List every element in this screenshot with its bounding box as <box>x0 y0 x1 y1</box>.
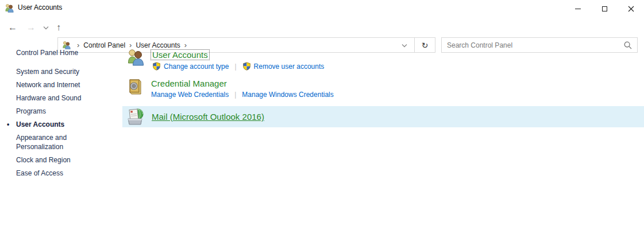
chevron-down-icon <box>43 25 49 30</box>
section-mail[interactable]: Mail (Microsoft Outlook 2016) <box>122 106 644 127</box>
manage-windows-credentials-link[interactable]: Manage Windows Credentials <box>242 91 333 99</box>
sidebar-item-ease-of-access[interactable]: Ease of Access <box>7 169 115 178</box>
sidebar-item-system-and-security[interactable]: System and Security <box>7 67 115 76</box>
section-credential-manager: Credential Manager Manage Web Credential… <box>125 77 334 99</box>
main-content: User Accounts Change account type | Remo… <box>122 0 644 242</box>
active-bullet-icon: • <box>7 120 9 129</box>
nav-arrows: ← → ↑ <box>3 17 65 38</box>
up-button[interactable]: ↑ <box>52 23 65 32</box>
uac-shield-icon <box>242 62 251 71</box>
user-accounts-heading-link[interactable]: User Accounts <box>151 49 210 60</box>
section-user-accounts: User Accounts Change account type | Remo… <box>126 48 324 71</box>
sidebar-item-control-panel-home[interactable]: Control Panel Home <box>7 48 115 57</box>
mail-outlook-link[interactable]: Mail (Microsoft Outlook 2016) <box>152 112 264 122</box>
sidebar-item-hardware-and-sound[interactable]: Hardware and Sound <box>7 93 115 103</box>
task-divider: | <box>229 91 242 99</box>
recent-locations-button[interactable] <box>40 25 52 30</box>
sidebar: Control Panel Home System and Security N… <box>7 48 115 182</box>
remove-user-accounts-link[interactable]: Remove user accounts <box>254 63 325 71</box>
window-title: User Accounts <box>18 3 62 11</box>
sidebar-item-network-and-internet[interactable]: Network and Internet <box>7 80 115 89</box>
forward-button[interactable]: → <box>22 23 40 32</box>
manage-web-credentials-link[interactable]: Manage Web Credentials <box>151 91 229 99</box>
credential-manager-heading-link[interactable]: Credential Manager <box>151 79 227 88</box>
uac-shield-icon <box>152 62 161 71</box>
sidebar-item-user-accounts[interactable]: • User Accounts <box>7 120 115 129</box>
sidebar-item-programs[interactable]: Programs <box>7 107 115 116</box>
change-account-type-link[interactable]: Change account type <box>164 63 229 71</box>
user-accounts-app-icon <box>5 3 14 13</box>
control-panel-window: User Accounts ← → ↑ › Control Panel › Us… <box>0 0 644 242</box>
task-divider: | <box>229 63 242 71</box>
user-accounts-icon <box>126 48 145 67</box>
sidebar-item-clock-and-region[interactable]: Clock and Region <box>7 155 115 165</box>
sidebar-item-appearance-and-personalization[interactable]: Appearance and Personalization <box>7 133 115 151</box>
mail-icon <box>126 107 145 126</box>
credential-manager-icon <box>125 77 144 96</box>
back-button[interactable]: ← <box>3 23 22 32</box>
